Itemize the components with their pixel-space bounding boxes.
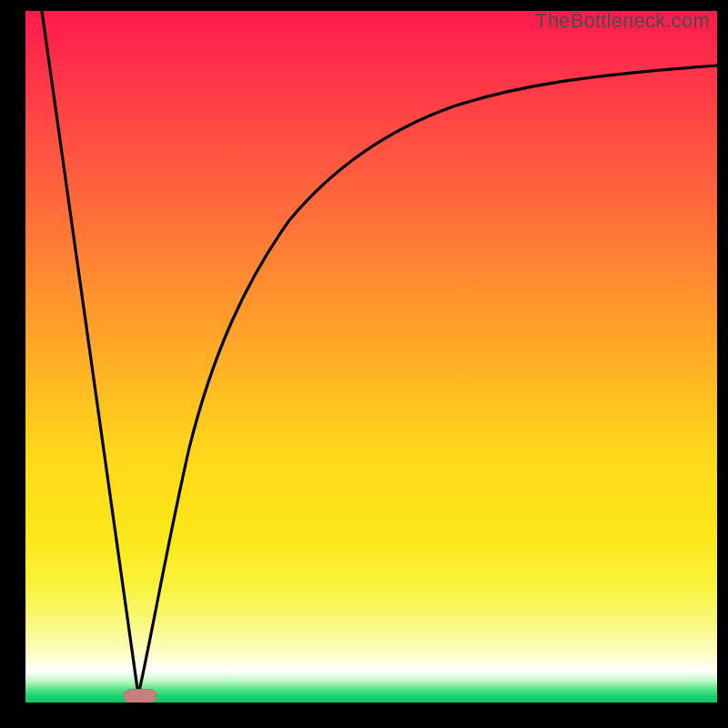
chart-frame: TheBottleneck.com (0, 0, 728, 728)
minimum-marker (124, 689, 157, 703)
watermark-text: TheBottleneck.com (535, 11, 710, 33)
curve-layer (25, 11, 717, 703)
plot-area: TheBottleneck.com (25, 11, 717, 703)
curve-right-rise (138, 66, 717, 695)
curve-left-descent (42, 11, 138, 695)
